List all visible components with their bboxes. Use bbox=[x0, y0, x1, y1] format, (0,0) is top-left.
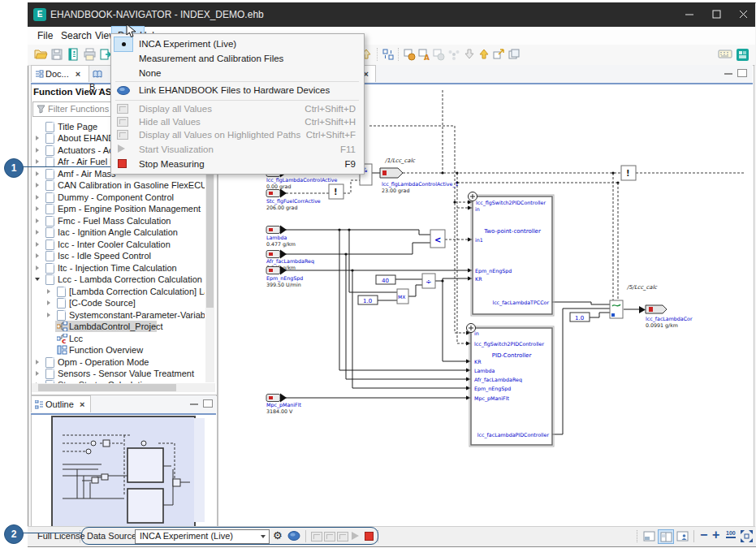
chevron-right-icon[interactable] bbox=[36, 195, 39, 200]
chevron-right-icon[interactable] bbox=[36, 253, 39, 258]
chevron-right-icon[interactable] bbox=[36, 183, 39, 188]
tree-item[interactable]: Isc - Idle Speed Control bbox=[31, 250, 205, 261]
tree-item[interactable]: [C-Code Source] bbox=[31, 297, 205, 309]
open-file-icon[interactable] bbox=[34, 48, 48, 62]
chevron-right-icon[interactable] bbox=[36, 159, 39, 164]
diagram-labels-icon[interactable]: A bbox=[417, 48, 431, 62]
keyboard-icon[interactable] bbox=[718, 48, 732, 62]
max-block[interactable]: MX bbox=[397, 289, 408, 304]
tree-item[interactable]: Icc - Inter Cooler Calculation bbox=[31, 239, 205, 250]
port-Mpc-pManiFlt[interactable]: Mpc_pManiFlt 3184.00 V bbox=[266, 394, 301, 415]
pid-controller-block[interactable]: in lcc_flgSwitch2PIDController PID-Contr… bbox=[467, 324, 555, 447]
tree-item[interactable]: Lcc - Lambda Correction Calculation bbox=[31, 274, 205, 285]
layout-split-active[interactable] bbox=[658, 529, 674, 544]
tab-documents-close-icon[interactable]: × bbox=[76, 69, 80, 79]
tree-item[interactable]: Iac - Ignition Angle Calculation bbox=[31, 227, 205, 238]
tree-item[interactable]: Fmc - Fuel Mass Calculation bbox=[31, 215, 205, 227]
print-icon[interactable] bbox=[83, 48, 97, 62]
menu-item-none[interactable]: None bbox=[111, 66, 364, 80]
tree-item[interactable]: [Lambda Correction Calculation] Lamb bbox=[31, 286, 205, 297]
zoom-100-button[interactable]: 100 bbox=[726, 530, 736, 538]
layout-single-icon[interactable] bbox=[643, 531, 655, 542]
arrow-up-yellow-icon[interactable] bbox=[477, 48, 491, 62]
outline-thumbnail[interactable] bbox=[51, 416, 196, 528]
layout-person-icon[interactable] bbox=[676, 531, 689, 542]
const-1-0-a[interactable]: 1.0 bbox=[358, 296, 378, 304]
tree-item[interactable]: c Lcc bbox=[31, 333, 205, 344]
tab-outline-close-icon[interactable]: × bbox=[80, 399, 84, 409]
svg-text:MX: MX bbox=[398, 294, 405, 300]
chevron-right-icon[interactable] bbox=[36, 206, 39, 211]
zoom-in-button[interactable]: + bbox=[712, 528, 719, 542]
tree-item[interactable]: Itc - Injection Time Calculation bbox=[31, 262, 205, 274]
two-point-controller-block[interactable]: lcc_flgSwitch2PIDController in Two-point… bbox=[469, 192, 555, 317]
diagram-jump-icon[interactable] bbox=[492, 48, 506, 62]
measurement-tag[interactable]: /1/Lcc_calc lcc_flgLambdaControlActive_1… bbox=[380, 157, 459, 194]
const-1-0-b[interactable]: 1.0 bbox=[570, 313, 590, 321]
tree-horizontal-scrollbar[interactable] bbox=[32, 383, 215, 392]
tab-outline[interactable]: Outline × bbox=[31, 395, 91, 412]
tree-item-selected[interactable]: LambdaControl_Project bbox=[31, 321, 205, 332]
callout-2-box bbox=[81, 527, 378, 545]
minimize-view-icon[interactable] bbox=[190, 402, 198, 405]
ehandbook-logo-icon[interactable] bbox=[736, 48, 750, 62]
chevron-right-icon[interactable] bbox=[36, 230, 39, 235]
zoom-out-button[interactable]: − bbox=[700, 528, 707, 542]
tree-item[interactable]: Epm - Engine Position Management bbox=[31, 203, 205, 214]
chevron-right-icon[interactable] bbox=[36, 265, 39, 270]
not-block-2[interactable]: ! bbox=[621, 166, 636, 180]
handbook-icon[interactable] bbox=[67, 48, 80, 62]
chevron-right-icon[interactable] bbox=[36, 218, 39, 223]
chevron-right-icon[interactable] bbox=[47, 300, 50, 305]
diagram-values-icon[interactable] bbox=[403, 48, 417, 62]
tree-item[interactable]: Systemconstant-Parameter-Variable-Cl bbox=[31, 309, 205, 321]
chevron-right-icon[interactable] bbox=[36, 371, 39, 376]
not-block-1[interactable]: ! bbox=[329, 184, 343, 199]
tree-item[interactable]: Sensors - Sensor Value Treatment bbox=[31, 368, 205, 379]
tab-documents[interactable]: Doc... × bbox=[31, 65, 89, 82]
less-than-block[interactable]: < bbox=[430, 230, 445, 248]
editor-minimize-view-icon[interactable] bbox=[724, 71, 732, 75]
paths-icon[interactable] bbox=[447, 48, 461, 62]
tree-item[interactable]: Dummy - Component Control bbox=[31, 192, 205, 203]
chevron-right-icon[interactable] bbox=[47, 313, 50, 317]
chevron-right-icon[interactable] bbox=[36, 136, 39, 140]
stop-measuring-menu-icon bbox=[118, 159, 127, 168]
close-button[interactable] bbox=[731, 2, 755, 27]
menu-item-stop-measuring[interactable]: Stop Measuring F9 bbox=[111, 156, 364, 170]
minimize-button[interactable] bbox=[677, 2, 702, 27]
chevron-right-icon[interactable] bbox=[36, 148, 39, 153]
menu-item-link-hardware[interactable]: Link EHANDBOOK Files to Hardware Devices bbox=[111, 83, 364, 98]
arrow-down-gray-icon[interactable] bbox=[463, 48, 477, 62]
tree-item[interactable]: Opm - Operation Mode bbox=[31, 356, 205, 368]
tree-item[interactable]: CAN Calibration in Gasoline FlexECU bbox=[31, 179, 205, 191]
diagram-gray-icon[interactable] bbox=[432, 48, 446, 62]
menu-item-measurement-files[interactable]: Measurement and Calibration Files bbox=[111, 51, 364, 66]
document-icon bbox=[45, 169, 54, 179]
copy-view-icon[interactable] bbox=[508, 48, 521, 62]
fit-to-screen-button[interactable] bbox=[741, 530, 753, 542]
port-Lambda[interactable]: Lambda 0.477 g/km bbox=[266, 226, 296, 248]
menu-item-inca-experiment[interactable]: INCA Experiment (Live) bbox=[111, 37, 364, 52]
output-port[interactable]: /5/Lcc_calc lcc_facLambdaCor 0.0991 g/km bbox=[626, 284, 693, 329]
divide-block[interactable]: ÷ bbox=[422, 274, 435, 288]
port-Stc-flgFuelCorrActive[interactable]: Stc_flgFuelCorrActive 206.00 grad bbox=[266, 189, 321, 212]
chevron-right-icon[interactable] bbox=[36, 171, 39, 176]
port-Epm-nEngSpd[interactable]: Epm_nEngSpd 399.50 U/min bbox=[266, 266, 303, 288]
svg-text:÷: ÷ bbox=[426, 278, 432, 286]
svg-text:1.0: 1.0 bbox=[363, 298, 372, 304]
expand-collapse-icon[interactable] bbox=[382, 48, 395, 62]
const-40[interactable]: 40 bbox=[376, 275, 395, 284]
save-icon[interactable] bbox=[50, 48, 64, 62]
svg-text:3184.00 V: 3184.00 V bbox=[266, 408, 293, 414]
editor-maximize-view-icon[interactable] bbox=[737, 69, 747, 77]
chevron-right-icon[interactable] bbox=[47, 289, 50, 294]
chevron-down-icon[interactable] bbox=[35, 278, 40, 283]
chevron-right-icon[interactable] bbox=[36, 360, 39, 365]
maximize-button[interactable] bbox=[704, 2, 728, 27]
chevron-right-icon[interactable] bbox=[36, 242, 39, 247]
maximize-view-icon[interactable] bbox=[203, 399, 213, 408]
tree-item[interactable]: Function Overview bbox=[31, 344, 205, 356]
menu-item-display-highlighted: Display all Values on Highlighted Paths … bbox=[111, 128, 364, 142]
switch-block[interactable] bbox=[610, 300, 623, 318]
